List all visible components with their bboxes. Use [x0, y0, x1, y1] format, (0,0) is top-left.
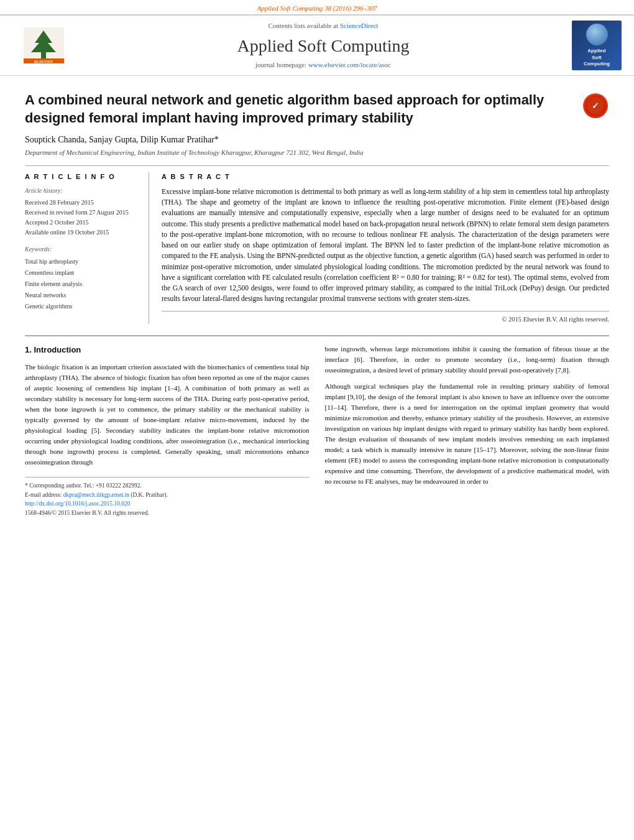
- history-label: Article history:: [25, 187, 139, 195]
- sciencedirect-anchor[interactable]: ScienceDirect: [340, 22, 379, 29]
- journal-reference: Applied Soft Computing 38 (2016) 296–307: [0, 0, 634, 14]
- homepage-url[interactable]: www.elsevier.com/locate/asoc: [308, 61, 391, 68]
- intro-para-1: The biologic fixation is an important cr…: [25, 362, 310, 468]
- keyword-1: Total hip arthroplasty: [25, 256, 139, 267]
- journal-logo: AppliedSoftComputing: [572, 21, 622, 70]
- journal-header-center: Contents lists available at ScienceDirec…: [81, 21, 566, 70]
- received-revised-date: Received in revised form 27 August 2015: [25, 208, 139, 218]
- available-date: Available online 19 October 2015: [25, 228, 139, 238]
- keywords-label: Keywords:: [25, 245, 139, 254]
- abstract-column: A B S T R A C T Excessive implant-bone r…: [162, 172, 609, 325]
- article-title: A combined neural network and genetic al…: [25, 91, 572, 127]
- footnote-email: E-mail address: dkpra@mech.iitkgp.emet.i…: [25, 491, 310, 500]
- abstract-header: A B S T R A C T: [162, 172, 609, 182]
- keyword-5: Genetic algorithms: [25, 301, 139, 312]
- accepted-date: Accepted 2 October 2015: [25, 218, 139, 228]
- body-left-column: 1. Introduction The biologic fixation is…: [25, 344, 310, 517]
- crossmark-icon[interactable]: ✓: [583, 93, 608, 118]
- footnote-section: * Corresponding author. Tel.: +91 03222 …: [25, 477, 310, 518]
- main-content: A combined neural network and genetic al…: [0, 76, 634, 527]
- journal-title: Applied Soft Computing: [81, 34, 566, 58]
- abstract-text: Excessive implant-bone relative micromot…: [162, 187, 609, 305]
- footnote-corresponding: * Corresponding author. Tel.: +91 03222 …: [25, 481, 310, 491]
- intro-para-right-1: bone ingrowth, whereas large micromotion…: [325, 344, 610, 376]
- crossmark-container[interactable]: ✓: [581, 91, 609, 119]
- article-title-section: A combined neural network and genetic al…: [25, 91, 609, 127]
- logo-bubble-graphic: [586, 24, 608, 45]
- body-divider: [25, 335, 609, 336]
- body-content: 1. Introduction The biologic fixation is…: [25, 344, 609, 517]
- article-info-column: A R T I C L E I N F O Article history: R…: [25, 172, 149, 325]
- keywords-list: Total hip arthroplasty Cementless implan…: [25, 256, 139, 312]
- svg-text:ELSEVIER: ELSEVIER: [34, 60, 53, 63]
- email-link[interactable]: dkpra@mech.iitkgp.emet.in: [63, 492, 129, 498]
- copyright: © 2015 Elsevier B.V. All rights reserved…: [162, 311, 609, 325]
- article-info-abstract: A R T I C L E I N F O Article history: R…: [25, 165, 609, 325]
- section-1-heading: 1. Introduction: [25, 344, 310, 356]
- article-history-block: Article history: Received 28 February 20…: [25, 187, 139, 238]
- body-right-column: bone ingrowth, whereas large micromotion…: [325, 344, 610, 517]
- keyword-2: Cementless implant: [25, 267, 139, 279]
- sciencedirect-link: Contents lists available at ScienceDirec…: [81, 21, 566, 30]
- doi-link[interactable]: http://dx.doi.org/10.1016/j.asoc.2015.10…: [25, 501, 131, 507]
- elsevier-tree-icon: ELSEVIER: [24, 27, 64, 63]
- received-date: Received 28 February 2015: [25, 198, 139, 208]
- elsevier-logo: ELSEVIER: [12, 27, 75, 63]
- footnote-doi: http://dx.doi.org/10.1016/j.asoc.2015.10…: [25, 499, 310, 509]
- keyword-4: Neural networks: [25, 290, 139, 301]
- keyword-3: Finite element analysis: [25, 279, 139, 290]
- logo-text: AppliedSoftComputing: [584, 48, 610, 67]
- authors: Souptick Chanda, Sanjay Gupta, Dilip Kum…: [25, 134, 609, 146]
- intro-para-right-2: Although surgical techniques play the fu…: [325, 381, 610, 487]
- article-info-header: A R T I C L E I N F O: [25, 172, 139, 182]
- svg-text:✓: ✓: [592, 101, 599, 111]
- affiliation: Department of Mechanical Engineering, In…: [25, 148, 609, 157]
- journal-homepage: journal homepage: www.elsevier.com/locat…: [81, 60, 566, 70]
- footnote-issn: 1568-4946/© 2015 Elsevier B.V. All right…: [25, 509, 310, 518]
- email-suffix: (D.K. Pratihar).: [131, 492, 168, 498]
- journal-header: ELSEVIER Contents lists available at Sci…: [0, 14, 634, 76]
- email-label: E-mail address:: [25, 492, 62, 498]
- keywords-block: Keywords: Total hip arthroplasty Cementl…: [25, 245, 139, 312]
- article-dates: Received 28 February 2015 Received in re…: [25, 198, 139, 238]
